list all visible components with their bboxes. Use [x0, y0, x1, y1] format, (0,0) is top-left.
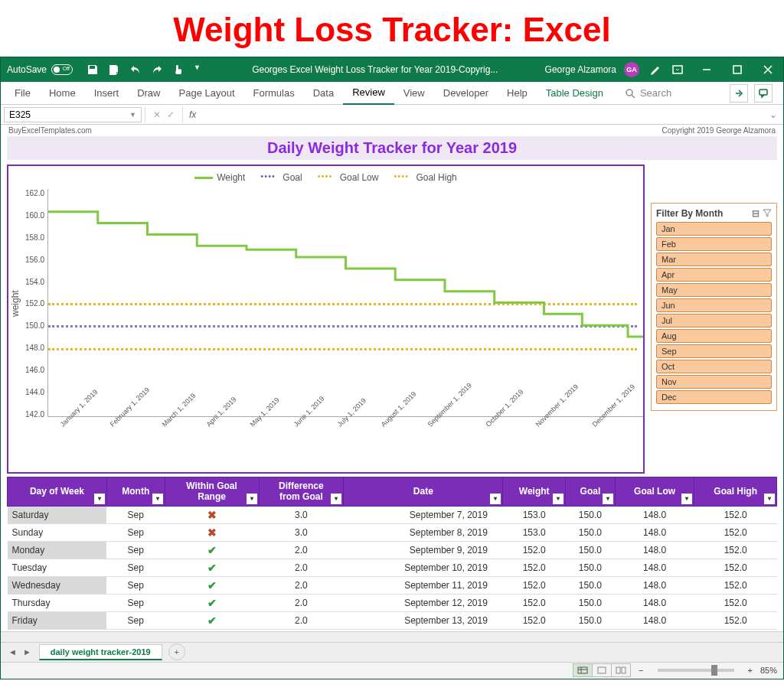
column-header[interactable]: Weight▾ — [503, 477, 566, 507]
zoom-in-button[interactable]: + — [748, 666, 753, 675]
normal-view-button[interactable] — [573, 663, 593, 677]
share-button[interactable] — [730, 84, 748, 103]
zoom-level[interactable]: 85% — [760, 666, 777, 675]
svg-rect-11 — [622, 667, 626, 673]
ribbon-mode-icon[interactable] — [671, 64, 684, 76]
add-sheet-button[interactable]: + — [168, 643, 185, 660]
tab-view[interactable]: View — [394, 82, 434, 105]
table-row[interactable]: FridaySep✔2.0September 13, 2019152.0150.… — [8, 611, 777, 629]
pen-icon[interactable] — [650, 64, 662, 76]
slicer-item-may[interactable]: May — [656, 283, 772, 297]
slicer-item-feb[interactable]: Feb — [656, 237, 772, 251]
toggle-icon: Off — [51, 64, 73, 75]
redo-icon[interactable] — [151, 64, 163, 76]
maximize-button[interactable] — [722, 57, 753, 82]
worksheet-area: BuyExcelTemplates.com Copyright 2019 Geo… — [1, 125, 783, 642]
comments-button[interactable] — [754, 84, 773, 103]
y-axis-ticks: 162.0160.0158.0156.0154.0152.0150.0148.0… — [22, 189, 47, 419]
user-area[interactable]: George Alzamora GA — [542, 62, 642, 77]
tab-review[interactable]: Review — [343, 82, 394, 105]
slicer-item-dec[interactable]: Dec — [656, 390, 772, 404]
tab-data[interactable]: Data — [304, 82, 343, 105]
slicer-item-nov[interactable]: Nov — [656, 375, 772, 389]
filter-icon[interactable]: ▾ — [152, 494, 163, 504]
filter-icon[interactable]: ▾ — [553, 494, 564, 504]
name-box[interactable]: E325 ▼ — [4, 107, 142, 122]
title-bar: AutoSave Off ▼ Georges Excel Weight Loss… — [1, 57, 783, 82]
tab-table-design[interactable]: Table Design — [537, 82, 612, 105]
zoom-slider[interactable] — [658, 669, 734, 672]
page-break-view-button[interactable] — [611, 663, 631, 677]
filter-icon[interactable]: ▾ — [490, 494, 501, 504]
name-box-value: E325 — [9, 109, 31, 120]
slicer-item-sep[interactable]: Sep — [656, 344, 772, 358]
horizontal-scrollbar[interactable] — [1, 631, 783, 642]
column-header[interactable]: Goal▾ — [565, 477, 615, 507]
tab-file[interactable]: File — [5, 82, 40, 105]
table-row[interactable]: WednesdaySep✔2.0September 11, 2019152.01… — [8, 576, 777, 594]
formula-input[interactable] — [202, 109, 763, 120]
filter-icon[interactable]: ▾ — [247, 494, 257, 504]
table-row[interactable]: TuesdaySep✔2.0September 10, 2019152.0150… — [8, 559, 777, 576]
close-button[interactable] — [753, 57, 783, 82]
tab-help[interactable]: Help — [498, 82, 537, 105]
save-icon[interactable] — [87, 64, 99, 76]
column-header[interactable]: Day of Week▾ — [8, 477, 107, 507]
table-row[interactable]: MondaySep✔2.0September 9, 2019152.0150.0… — [8, 541, 777, 559]
undo-icon[interactable] — [129, 64, 142, 76]
multi-select-icon[interactable]: ⊟ — [752, 208, 760, 219]
filter-icon[interactable]: ▾ — [681, 494, 692, 504]
svg-point-3 — [626, 90, 632, 96]
slicer-item-aug[interactable]: Aug — [656, 329, 772, 343]
svg-rect-9 — [598, 667, 606, 673]
zoom-out-button[interactable]: − — [639, 666, 643, 675]
minimize-button[interactable] — [691, 57, 722, 82]
active-sheet-tab[interactable]: daily weight tracker-2019 — [39, 644, 162, 660]
column-header[interactable]: Goal Low▾ — [615, 477, 694, 507]
fx-icon[interactable]: fx — [183, 109, 202, 120]
search-icon — [625, 88, 635, 99]
search-box[interactable]: Search — [625, 87, 671, 99]
column-header[interactable]: Month▾ — [106, 477, 165, 507]
tab-home[interactable]: Home — [40, 82, 85, 105]
tab-developer[interactable]: Developer — [434, 82, 498, 105]
filter-icon[interactable]: ▾ — [764, 494, 775, 504]
svg-rect-2 — [733, 66, 741, 73]
filter-icon[interactable]: ▾ — [94, 494, 105, 504]
tab-page-layout[interactable]: Page Layout — [170, 82, 244, 105]
autosave-toggle[interactable]: AutoSave Off — [1, 64, 79, 75]
slicer-item-apr[interactable]: Apr — [656, 268, 772, 282]
svg-rect-10 — [616, 667, 620, 673]
slicer-item-jun[interactable]: Jun — [656, 298, 772, 312]
chart-area[interactable]: Weight Goal Goal Low Goal High weight 16… — [7, 165, 645, 474]
filter-icon[interactable]: ▾ — [331, 494, 341, 504]
tab-formulas[interactable]: Formulas — [244, 82, 304, 105]
column-header[interactable]: Within Goal Range▾ — [165, 477, 259, 507]
column-header[interactable]: Differencefrom Goal▾ — [259, 477, 344, 507]
avatar: GA — [624, 62, 639, 77]
slicer-item-mar[interactable]: Mar — [656, 253, 772, 266]
column-header[interactable]: Goal High▾ — [694, 477, 777, 507]
next-sheet-button[interactable]: ► — [23, 647, 31, 657]
touch-mode-icon[interactable] — [172, 64, 185, 76]
table-row[interactable]: SaturdaySep✖3.0September 7, 2019153.0150… — [8, 506, 777, 523]
chevron-down-icon: ▼ — [129, 111, 136, 119]
table-row[interactable]: SundaySep✖3.0September 8, 2019153.0150.0… — [8, 523, 777, 541]
customize-qat-icon[interactable]: ▼ — [194, 64, 201, 76]
column-header[interactable]: Date▾ — [344, 477, 503, 507]
enter-formula-icon[interactable]: ✓ — [167, 109, 175, 120]
save-as-icon[interactable] — [108, 64, 120, 76]
expand-formula-bar-icon[interactable]: ⌄ — [763, 109, 783, 120]
table-row[interactable]: ThursdaySep✔2.0September 12, 2019152.015… — [8, 594, 777, 611]
tab-insert[interactable]: Insert — [85, 82, 129, 105]
cancel-formula-icon[interactable]: ✕ — [153, 109, 161, 120]
prev-sheet-button[interactable]: ◄ — [8, 647, 17, 657]
page-layout-view-button[interactable] — [592, 663, 612, 677]
tab-draw[interactable]: Draw — [128, 82, 169, 105]
svg-rect-5 — [760, 90, 767, 95]
filter-icon[interactable]: ▾ — [603, 494, 613, 504]
slicer-item-jan[interactable]: Jan — [656, 222, 772, 236]
slicer-item-jul[interactable]: Jul — [656, 314, 772, 327]
slicer-item-oct[interactable]: Oct — [656, 360, 772, 373]
clear-filter-icon[interactable] — [763, 208, 772, 217]
